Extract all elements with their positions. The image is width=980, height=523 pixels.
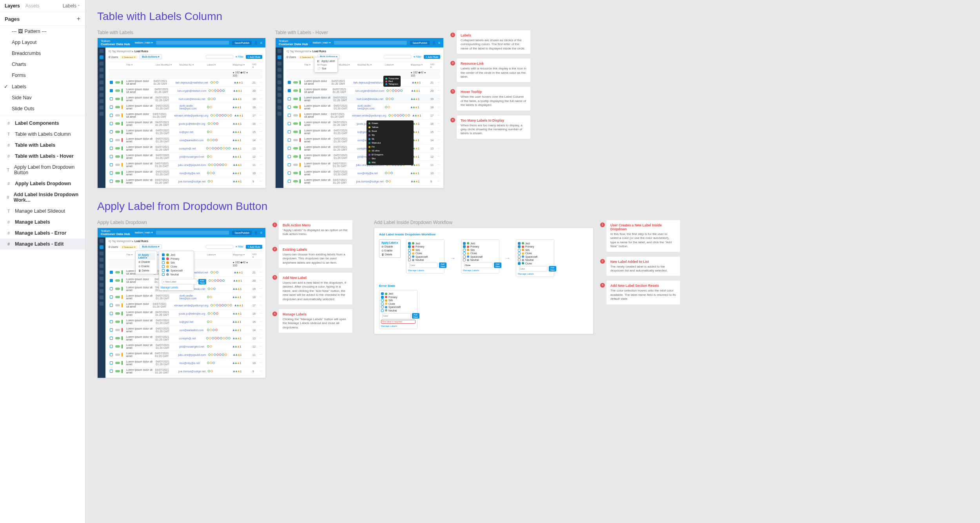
manage-labels-link[interactable]: Manage Labels	[161, 286, 192, 289]
toggle-switch[interactable]	[293, 122, 298, 125]
toggle-switch[interactable]	[115, 155, 120, 158]
label-option[interactable]: Sith	[463, 249, 497, 251]
toggle-switch[interactable]	[115, 288, 120, 290]
new-label-input[interactable]	[464, 262, 493, 268]
nav-item[interactable]	[100, 80, 103, 84]
toggle-switch[interactable]	[115, 296, 120, 298]
row-checkbox[interactable]	[110, 180, 113, 183]
menu-delete[interactable]: 🗑 Delete	[137, 268, 155, 272]
checkbox[interactable]	[463, 249, 466, 251]
checkbox[interactable]	[408, 252, 411, 255]
row-checkbox[interactable]	[288, 155, 291, 158]
label-option[interactable]: Clone	[518, 262, 552, 265]
toggle-switch[interactable]	[115, 122, 120, 125]
row-checkbox[interactable]	[110, 353, 113, 356]
menu-icon[interactable]: ≡	[260, 231, 262, 235]
label-option[interactable]: Jedi	[518, 242, 552, 245]
row-checkbox[interactable]	[110, 304, 113, 307]
checkbox[interactable]	[518, 259, 521, 261]
label-option[interactable]: Spacecraft	[463, 255, 497, 258]
layer-item[interactable]: #Manage Labels - Error	[0, 228, 85, 239]
checkbox[interactable]	[463, 255, 466, 258]
page-item[interactable]: Side Nav	[0, 92, 85, 103]
row-checkbox[interactable]	[110, 81, 113, 84]
row-checkbox[interactable]	[110, 89, 113, 92]
toggle-switch[interactable]	[293, 131, 298, 133]
row-checkbox[interactable]	[288, 97, 291, 100]
nav-item[interactable]	[278, 55, 281, 59]
nav-item[interactable]	[100, 93, 103, 97]
row-menu-icon[interactable]: ⋯	[436, 155, 440, 158]
menu-apply-label[interactable]: 🏷 Apply Label ▸	[137, 253, 155, 260]
row-menu-icon[interactable]: ⋯	[258, 180, 262, 183]
row-checkbox[interactable]	[110, 106, 113, 109]
table-row[interactable]: Lorem ipsum dolor sit amet 04/07/2021 01…	[109, 334, 262, 343]
row-menu-icon[interactable]: ⋯	[258, 345, 262, 348]
selected-count[interactable]: 2 Selected ✕	[298, 55, 315, 59]
toggle-switch[interactable]	[115, 164, 120, 166]
row-checkbox[interactable]	[110, 345, 113, 348]
nav-item[interactable]	[100, 106, 103, 109]
row-menu-icon[interactable]: ⋯	[258, 279, 262, 282]
bulk-actions-button[interactable]: Bulk Actions ▾	[140, 244, 162, 249]
menu-enable[interactable]: ⊙ Enable	[137, 264, 155, 268]
layer-item[interactable]: TManage Label Slideout	[0, 206, 85, 217]
filter-button[interactable]: ▾ Filter	[414, 55, 421, 58]
context-menu[interactable]: Apply Label ▸ ⊘ Disable ⊙ Enable 🗑 Delet…	[379, 239, 401, 258]
global-search[interactable]	[334, 41, 407, 45]
add-rule-button[interactable]: + Add Rule	[246, 55, 262, 59]
row-menu-icon[interactable]: ⋯	[258, 353, 262, 356]
menu-enable[interactable]: ⊙ Enable	[381, 249, 399, 253]
table-row[interactable]: Lorem ipsum dolor sit amet 04/07/2021 01…	[109, 318, 262, 326]
save-publish-button[interactable]: Save/Publish	[232, 41, 252, 45]
label-option[interactable]: Jedi	[463, 242, 497, 245]
checkbox[interactable]	[381, 306, 384, 308]
page-item[interactable]: Charts	[0, 59, 85, 70]
table-row[interactable]: Lorem ipsum dolor sit amet 04/07/2021 01…	[287, 144, 440, 153]
table-row[interactable]: Lorem ipsum dolor sit amet 04/07/2021 01…	[287, 177, 440, 186]
menu-icon[interactable]: ≡	[438, 41, 440, 45]
label-option[interactable]: Jedi	[408, 242, 443, 245]
table-row[interactable]: Lorem ipsum dolor sit amet 04/07/2021 01…	[287, 87, 440, 95]
table-row[interactable]: Lorem ipsum dolor sit amet 04/07/2021 01…	[109, 111, 262, 120]
row-menu-icon[interactable]: ⋯	[436, 138, 440, 142]
frame-table-with-labels-hover[interactable]: TealiumCustomer Data Hub tealium | main …	[275, 38, 444, 188]
table-row[interactable]: Lorem ipsum dolor sit amet 04/07/2021 01…	[109, 177, 262, 186]
labels-dropdown[interactable]: JediPrimarySithCloneSpacecraftNeutralAdd…	[461, 239, 499, 273]
add-new-button[interactable]: Add New	[549, 266, 556, 272]
toggle-switch[interactable]	[293, 139, 298, 141]
checkbox[interactable]	[518, 242, 521, 245]
table-row[interactable]: Lorem ipsum dolor sit amet 04/07/2021 01…	[109, 367, 262, 375]
table-row[interactable]: Lorem ipsum dolor sit amet 04/07/2021 01…	[109, 169, 262, 177]
menu-delete[interactable]: 🗑 Delete	[381, 253, 399, 256]
dd-item[interactable]: 📄 Sue	[316, 66, 336, 71]
toggle-switch[interactable]	[115, 312, 120, 315]
profile-crumb[interactable]: tealium | main ▾	[135, 41, 153, 44]
row-checkbox[interactable]	[288, 180, 291, 183]
checkbox[interactable]	[518, 249, 521, 251]
label-option[interactable]: Primary	[518, 245, 552, 248]
page-item[interactable]: Forms	[0, 70, 85, 81]
add-page-button[interactable]: +	[77, 15, 80, 22]
toggle-switch[interactable]	[115, 354, 120, 356]
row-checkbox[interactable]	[288, 163, 291, 166]
row-menu-icon[interactable]: ⋯	[436, 171, 440, 175]
nav-item[interactable]	[278, 106, 281, 109]
menu-disable[interactable]: ⊘ Disable	[137, 260, 155, 264]
table-row[interactable]: Lorem ipsum dolor sit amet 04/07/2021 01…	[287, 78, 440, 87]
row-menu-icon[interactable]: ⋯	[258, 337, 262, 340]
add-new-button[interactable]: Add New	[198, 279, 206, 284]
nav-item[interactable]	[100, 49, 103, 53]
table-row[interactable]: Lorem ipsum dolor sit amet 04/07/2021 01…	[109, 301, 262, 310]
checkbox[interactable]	[381, 303, 384, 305]
row-checkbox[interactable]	[110, 155, 113, 158]
row-checkbox[interactable]	[288, 171, 291, 175]
table-row[interactable]: Lorem ipsum dolor sit amet 04/07/2021 01…	[109, 359, 262, 367]
row-menu-icon[interactable]: ⋯	[436, 97, 440, 100]
toggle-switch[interactable]	[115, 114, 120, 117]
nav-item[interactable]	[278, 68, 281, 72]
nav-item[interactable]	[278, 49, 281, 53]
label-option[interactable]: Spacecraft	[381, 306, 416, 308]
label-option[interactable]: Clone	[408, 252, 443, 255]
table-row[interactable]: Lorem ipsum dolor sit amet 04/07/2021 01…	[109, 103, 262, 111]
